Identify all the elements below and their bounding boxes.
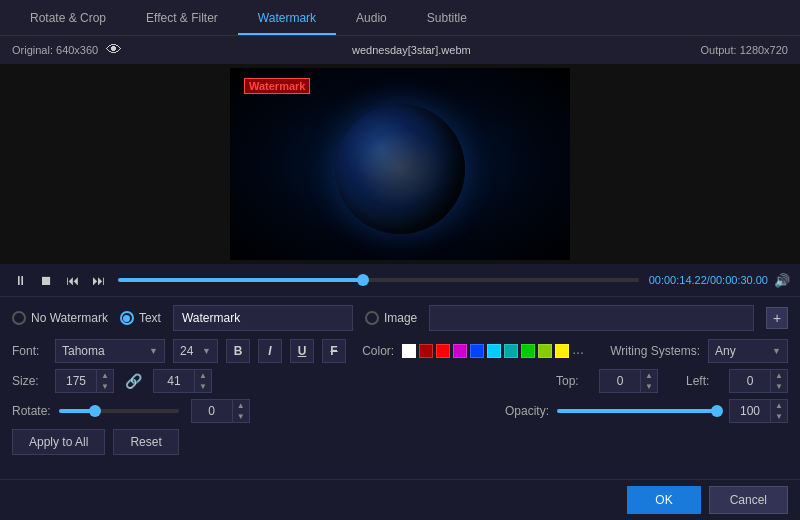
pause-button[interactable]: ⏸ [10,270,30,290]
size-height-up[interactable]: ▲ [195,370,211,381]
color-swatch-white[interactable] [402,344,416,358]
output-resolution: Output: 1280x720 [701,44,788,56]
progress-bar[interactable] [118,278,639,282]
image-watermark-label: Image [384,311,417,325]
tab-bar: Rotate & Crop Effect & Filter Watermark … [0,0,800,36]
writing-dropdown-arrow: ▼ [772,346,781,356]
color-swatches: ··· [402,344,586,358]
opacity-slider[interactable] [557,409,717,413]
rotate-slider-thumb[interactable] [89,405,101,417]
rotate-input[interactable] [192,404,232,418]
opacity-input[interactable] [730,404,770,418]
font-settings-row: Font: Tahoma ▼ 24 ▼ B I U F Color: ··· [12,339,788,363]
volume-icon[interactable]: 🔊 [774,273,790,288]
color-swatch-green[interactable] [521,344,535,358]
text-watermark-radio[interactable] [120,311,134,325]
writing-systems-label: Writing Systems: [610,344,700,358]
italic-button[interactable]: I [258,339,282,363]
left-input[interactable] [730,374,770,388]
font-size-dropdown[interactable]: 24 ▼ [173,339,218,363]
next-button[interactable]: ⏭ [88,270,108,290]
size-width-spinbox[interactable]: ▲ ▼ [55,369,114,393]
size-width-input[interactable] [56,374,96,388]
tab-rotate-crop[interactable]: Rotate & Crop [10,3,126,35]
action-row: Apply to All Reset [12,429,788,455]
tab-subtitle[interactable]: Subtitle [407,3,487,35]
color-swatch-magenta[interactable] [453,344,467,358]
watermark-overlay: Watermark [244,78,310,94]
top-spinbox[interactable]: ▲ ▼ [599,369,658,393]
rotate-spinbox[interactable]: ▲ ▼ [191,399,250,423]
font-dropdown-arrow: ▼ [149,346,158,356]
writing-systems-value: Any [715,344,768,358]
size-height-down[interactable]: ▼ [195,381,211,392]
top-down[interactable]: ▼ [641,381,657,392]
rotate-down[interactable]: ▼ [233,411,249,422]
cancel-button[interactable]: Cancel [709,486,788,514]
no-watermark-option[interactable]: No Watermark [12,311,108,325]
apply-all-button[interactable]: Apply to All [12,429,105,455]
tab-watermark[interactable]: Watermark [238,3,336,35]
stop-button[interactable]: ⏹ [36,270,56,290]
left-up[interactable]: ▲ [771,370,787,381]
color-swatch-darkred[interactable] [419,344,433,358]
left-down[interactable]: ▼ [771,381,787,392]
progress-fill [118,278,363,282]
underline-button[interactable]: U [290,339,314,363]
eye-icon[interactable]: 👁 [106,41,122,59]
color-swatch-yellow[interactable] [555,344,569,358]
opacity-slider-thumb[interactable] [711,405,723,417]
size-height-input[interactable] [154,374,194,388]
reset-button[interactable]: Reset [113,429,178,455]
tab-audio[interactable]: Audio [336,3,407,35]
top-arrows: ▲ ▼ [640,370,657,392]
color-swatch-cyan[interactable] [487,344,501,358]
color-swatch-teal[interactable] [504,344,518,358]
size-width-up[interactable]: ▲ [97,370,113,381]
strikethrough-button[interactable]: F [322,339,346,363]
prev-button[interactable]: ⏮ [62,270,82,290]
footer: OK Cancel [0,479,800,520]
original-resolution: Original: 640x360 [12,44,98,56]
rotate-opacity-row: Rotate: ▲ ▼ Opacity: ▲ ▼ [12,399,788,423]
rotate-slider[interactable] [59,409,179,413]
player-controls: ⏸ ⏹ ⏮ ⏭ 00:00:14.22/00:00:30.00 🔊 [0,264,800,296]
top-label: Top: [556,374,591,388]
tab-effect-filter[interactable]: Effect & Filter [126,3,238,35]
left-spinbox[interactable]: ▲ ▼ [729,369,788,393]
more-colors-button[interactable]: ··· [572,344,586,358]
left-arrows: ▲ ▼ [770,370,787,392]
no-watermark-label: No Watermark [31,311,108,325]
font-dropdown[interactable]: Tahoma ▼ [55,339,165,363]
image-watermark-option[interactable]: Image [365,311,417,325]
ok-button[interactable]: OK [627,486,700,514]
color-swatch-yelgreen[interactable] [538,344,552,358]
image-path-input[interactable] [429,305,754,331]
size-width-down[interactable]: ▼ [97,381,113,392]
top-input[interactable] [600,374,640,388]
writing-systems-dropdown[interactable]: Any ▼ [708,339,788,363]
image-watermark-radio[interactable] [365,311,379,325]
size-width-arrows: ▲ ▼ [96,370,113,392]
add-image-button[interactable]: + [766,307,788,329]
color-swatch-red[interactable] [436,344,450,358]
no-watermark-radio[interactable] [12,311,26,325]
opacity-spinbox[interactable]: ▲ ▼ [729,399,788,423]
controls-panel: No Watermark Text Image + Font: Tahoma ▼… [0,296,800,463]
font-label: Font: [12,344,47,358]
bold-button[interactable]: B [226,339,250,363]
watermark-text-input[interactable] [173,305,353,331]
text-watermark-option[interactable]: Text [120,311,161,325]
link-size-icon[interactable]: 🔗 [125,373,142,389]
size-position-row: Size: ▲ ▼ 🔗 ▲ ▼ Top: ▲ ▼ Left: [12,369,788,393]
rotate-up[interactable]: ▲ [233,400,249,411]
color-swatch-blue[interactable] [470,344,484,358]
video-container: Watermark [0,64,800,264]
opacity-up[interactable]: ▲ [771,400,787,411]
opacity-down[interactable]: ▼ [771,411,787,422]
progress-thumb[interactable] [357,274,369,286]
opacity-arrows: ▲ ▼ [770,400,787,422]
text-watermark-label: Text [139,311,161,325]
top-up[interactable]: ▲ [641,370,657,381]
size-height-spinbox[interactable]: ▲ ▼ [153,369,212,393]
